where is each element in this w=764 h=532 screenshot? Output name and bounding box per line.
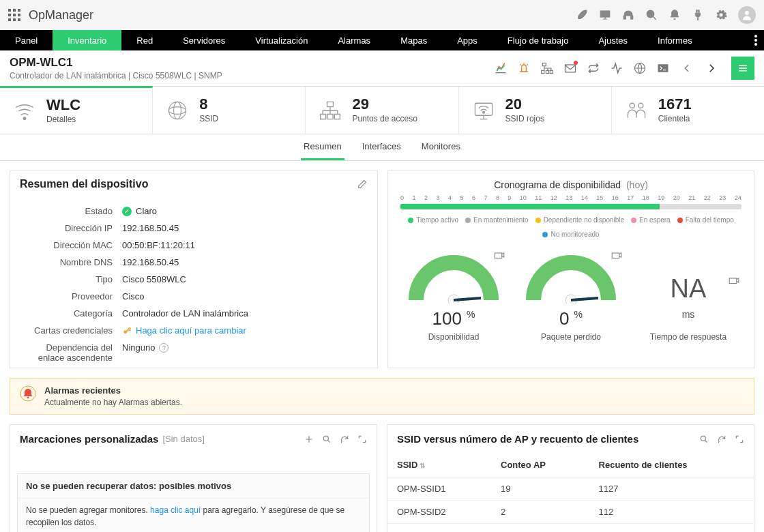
stat-card-ssid[interactable]: 8SSID (153, 87, 306, 134)
nav-item-mapas[interactable]: Mapas (385, 30, 442, 50)
globe-icon[interactable] (633, 61, 647, 75)
legend-item: Tiempo activo (408, 216, 458, 224)
reason-1: No se pueden agregar monitores. haga cli… (18, 498, 369, 532)
svg-rect-3 (8, 14, 11, 16)
tick: 21 (688, 194, 695, 201)
svg-point-46 (701, 436, 705, 441)
chevron-right-icon[interactable] (704, 61, 719, 76)
svg-rect-18 (542, 63, 546, 66)
presentation-icon[interactable] (599, 9, 611, 21)
client-count-header[interactable]: Recuento de clientes (589, 453, 754, 477)
expand-icon[interactable] (735, 434, 744, 444)
gauge-settings-icon[interactable] (611, 249, 623, 261)
tick: 10 (520, 194, 527, 201)
stat-card-puntos-de-acceso[interactable]: 29Puntos de acceso (306, 87, 458, 134)
mac-label: Dirección MAC (20, 240, 122, 250)
edit-icon[interactable] (357, 179, 368, 190)
nav-item-flujo-de-trabajo[interactable]: Flujo de trabajo (493, 30, 584, 50)
nav-item-ajustes[interactable]: Ajustes (583, 30, 643, 50)
svg-rect-8 (18, 18, 20, 21)
bell-icon[interactable] (668, 9, 681, 21)
tab-monitores[interactable]: Monitores (419, 141, 463, 160)
activity-icon[interactable] (610, 61, 623, 75)
tick: 17 (627, 194, 634, 201)
nav-item-informes[interactable]: Informes (643, 30, 707, 50)
headset-icon[interactable] (622, 9, 634, 21)
refresh-icon[interactable] (717, 434, 726, 444)
reasons-title: No se pueden recuperar datos: posibles m… (18, 474, 369, 498)
gear-icon[interactable] (715, 9, 727, 21)
tick: 5 (460, 194, 463, 201)
tick: 11 (535, 194, 542, 201)
device-subtitle: Controlador de LAN inalámbrica | Cisco 5… (10, 71, 222, 80)
chart-icon[interactable] (494, 61, 508, 75)
svg-point-13 (647, 10, 654, 18)
uplink-dep-label: Dependencia del enlace ascendente (20, 342, 122, 363)
hamburger-menu-button[interactable] (731, 57, 754, 80)
nav-item-panel[interactable]: Panel (0, 30, 53, 50)
sync-icon[interactable] (587, 61, 600, 75)
rocket-icon[interactable] (576, 9, 588, 21)
table-row[interactable]: OPM-SSID22112 (387, 501, 754, 524)
apps-grid-icon[interactable] (8, 9, 20, 21)
tick: 9 (508, 194, 511, 201)
legend-item: Falta del tiempo (677, 216, 734, 224)
stat-label: SSID (199, 114, 218, 123)
alarm-bell-icon (20, 385, 36, 402)
nav-item-red[interactable]: Red (121, 30, 168, 50)
tick: 13 (565, 194, 572, 201)
nav-item-apps[interactable]: Apps (442, 30, 493, 50)
search-icon[interactable] (645, 9, 658, 21)
tab-interfaces[interactable]: Interfaces (359, 141, 404, 160)
svg-rect-7 (13, 18, 16, 21)
add-icon[interactable] (304, 434, 314, 444)
gauge-disponibilidad: 100 %Disponibilidad (395, 249, 512, 342)
stat-icon (12, 99, 37, 123)
ap-count-header[interactable]: Conteo AP (491, 453, 589, 477)
help-icon[interactable]: ? (159, 343, 168, 353)
stat-value: 8 (199, 97, 218, 112)
stat-value: 20 (505, 97, 544, 112)
dns-value: 192.168.50.45 (122, 257, 368, 267)
table-row[interactable]: OPM-SSID32128 (387, 524, 754, 533)
tick: 24 (735, 194, 741, 201)
tick: 0 (400, 194, 404, 201)
mail-icon[interactable] (563, 61, 577, 75)
tick: 1 (412, 194, 415, 201)
category-value: Controlador de LAN inalámbrica (122, 308, 368, 319)
expand-icon[interactable] (357, 434, 367, 444)
stat-label: Detalles (46, 115, 80, 124)
network-icon[interactable] (540, 61, 554, 75)
nav-item-virtualización[interactable]: Virtualización (240, 30, 323, 50)
nav-more-icon[interactable] (748, 30, 764, 50)
user-avatar-icon[interactable] (738, 6, 756, 24)
gauge-settings-icon[interactable] (493, 249, 505, 261)
terminal-icon[interactable] (656, 61, 670, 75)
stat-card-ssid-rojos[interactable]: 20SSID rojos (459, 87, 612, 134)
stat-card-detalles[interactable]: WLCDetalles (0, 86, 153, 134)
change-credentials-link[interactable]: Haga clic aquí para cambiar (136, 325, 246, 336)
gauge-settings-icon[interactable] (728, 274, 740, 286)
nav-item-inventario[interactable]: Inventario (53, 30, 121, 50)
stat-card-clientela[interactable]: 1671Clientela (612, 87, 764, 134)
plug-icon[interactable] (692, 9, 704, 21)
search-icon[interactable] (699, 434, 709, 444)
tab-resumen[interactable]: Resumen (301, 141, 344, 160)
ip-value: 192.168.50.45 (122, 223, 368, 233)
tick: 18 (643, 194, 649, 201)
refresh-icon[interactable] (340, 434, 349, 444)
reason-1-link[interactable]: haga clic aquí (150, 505, 201, 515)
table-row[interactable]: OPM-SSID1191127 (387, 477, 754, 501)
nav-item-servidores[interactable]: Servidores (168, 30, 240, 50)
stat-icon (165, 98, 190, 123)
search-icon[interactable] (322, 434, 332, 444)
tick: 22 (704, 194, 711, 201)
ssid-header[interactable]: SSID (387, 453, 491, 477)
legend-item: En espera (631, 216, 671, 224)
chevron-left-icon[interactable] (679, 61, 694, 76)
mac-value: 00:50:BF:11:20:11 (122, 240, 368, 250)
brand-title: OpManager (29, 8, 93, 23)
alert-siren-icon[interactable] (517, 61, 531, 75)
nav-item-alarmas[interactable]: Alarmas (323, 30, 385, 50)
tick: 19 (658, 194, 664, 201)
